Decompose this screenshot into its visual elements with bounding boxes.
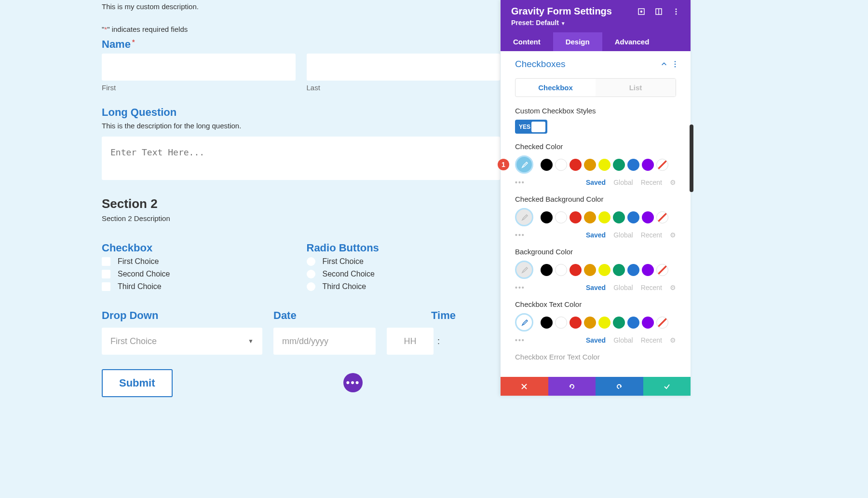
- more-actions-fab[interactable]: •••: [343, 373, 363, 392]
- submit-button[interactable]: Submit: [102, 369, 173, 397]
- tab-advanced[interactable]: Advanced: [602, 32, 662, 51]
- swatch-yellow[interactable]: [598, 159, 610, 171]
- saved-colors-tab[interactable]: Saved: [586, 179, 606, 186]
- swatch-white[interactable]: [555, 264, 567, 276]
- swatch-black[interactable]: [541, 211, 553, 223]
- swatch-purple[interactable]: [642, 317, 654, 329]
- swatch-green[interactable]: [613, 264, 625, 276]
- swatch-green[interactable]: [613, 317, 625, 329]
- swatch-white[interactable]: [555, 211, 567, 223]
- swatch-none[interactable]: [656, 211, 668, 223]
- redo-button[interactable]: [596, 377, 643, 396]
- gear-icon[interactable]: ⚙: [670, 336, 676, 344]
- chevron-up-icon[interactable]: [661, 61, 667, 68]
- radio-item[interactable]: Second Choice: [307, 270, 501, 278]
- section-2-desc: Section 2 Description: [102, 214, 500, 222]
- swatch-yellow[interactable]: [598, 211, 610, 223]
- kebab-icon[interactable]: [674, 61, 676, 68]
- swatch-red[interactable]: [570, 211, 582, 223]
- more-colors-button[interactable]: •••: [515, 179, 525, 186]
- preset-selector[interactable]: Preset: Default▼: [511, 19, 680, 27]
- global-colors-tab[interactable]: Global: [613, 231, 633, 239]
- save-button[interactable]: [643, 377, 691, 396]
- swatch-yellow[interactable]: [598, 317, 610, 329]
- custom-styles-toggle[interactable]: YES: [515, 120, 547, 134]
- checkbox-item[interactable]: First Choice: [102, 257, 296, 266]
- swatch-purple[interactable]: [642, 159, 654, 171]
- first-name-input[interactable]: [102, 54, 296, 81]
- radio-item[interactable]: Third Choice: [307, 282, 501, 291]
- saved-colors-tab[interactable]: Saved: [586, 284, 606, 291]
- scrollbar-thumb[interactable]: [690, 124, 693, 192]
- gear-icon[interactable]: ⚙: [670, 179, 676, 186]
- radio-box[interactable]: [307, 270, 315, 278]
- swatch-green[interactable]: [613, 159, 625, 171]
- swatch-none[interactable]: [656, 159, 668, 171]
- global-colors-tab[interactable]: Global: [613, 336, 633, 344]
- pill-tab-checkbox[interactable]: Checkbox: [515, 79, 596, 97]
- recent-colors-tab[interactable]: Recent: [641, 336, 662, 344]
- swatch-red[interactable]: [570, 317, 582, 329]
- section-header[interactable]: Checkboxes: [501, 51, 691, 73]
- swatch-none[interactable]: [656, 264, 668, 276]
- close-icon: [521, 383, 528, 390]
- long-question-textarea[interactable]: [102, 137, 500, 180]
- tab-content[interactable]: Content: [501, 32, 553, 51]
- swatch-orange[interactable]: [584, 264, 596, 276]
- swatch-blue[interactable]: [627, 211, 639, 223]
- swatch-blue[interactable]: [627, 159, 639, 171]
- gear-icon[interactable]: ⚙: [670, 284, 676, 291]
- last-name-input[interactable]: [307, 54, 501, 81]
- saved-colors-tab[interactable]: Saved: [586, 336, 606, 344]
- swatch-black[interactable]: [541, 159, 553, 171]
- radio-item[interactable]: First Choice: [307, 257, 501, 266]
- saved-colors-tab[interactable]: Saved: [586, 231, 606, 239]
- swatch-white[interactable]: [555, 317, 567, 329]
- checkbox-box[interactable]: [102, 282, 110, 291]
- recent-colors-tab[interactable]: Recent: [641, 231, 662, 239]
- color-picker-button[interactable]: [515, 208, 533, 226]
- radio-box[interactable]: [307, 282, 315, 291]
- more-colors-button[interactable]: •••: [515, 231, 525, 239]
- swatch-yellow[interactable]: [598, 264, 610, 276]
- swatch-purple[interactable]: [642, 264, 654, 276]
- swatch-white[interactable]: [555, 159, 567, 171]
- gear-icon[interactable]: ⚙: [670, 231, 676, 239]
- tab-design[interactable]: Design: [553, 32, 602, 51]
- color-picker-button[interactable]: [515, 155, 533, 174]
- swatch-orange[interactable]: [584, 159, 596, 171]
- swatch-orange[interactable]: [584, 211, 596, 223]
- global-colors-tab[interactable]: Global: [613, 284, 633, 291]
- recent-colors-tab[interactable]: Recent: [641, 179, 662, 186]
- checkbox-box[interactable]: [102, 270, 110, 278]
- swatch-black[interactable]: [541, 317, 553, 329]
- color-picker-button[interactable]: [515, 261, 533, 279]
- pill-tab-list[interactable]: List: [596, 79, 676, 97]
- swatch-red[interactable]: [570, 159, 582, 171]
- global-colors-tab[interactable]: Global: [613, 179, 633, 186]
- more-colors-button[interactable]: •••: [515, 284, 525, 291]
- color-picker-button[interactable]: [515, 313, 533, 332]
- swatch-blue[interactable]: [627, 317, 639, 329]
- swatch-none[interactable]: [656, 317, 668, 329]
- swatch-orange[interactable]: [584, 317, 596, 329]
- cancel-button[interactable]: [501, 377, 548, 396]
- swatch-purple[interactable]: [642, 211, 654, 223]
- swatch-blue[interactable]: [627, 264, 639, 276]
- recent-colors-tab[interactable]: Recent: [641, 284, 662, 291]
- swatch-green[interactable]: [613, 211, 625, 223]
- checkbox-box[interactable]: [102, 257, 110, 266]
- date-input[interactable]: mm/dd/yyyy: [273, 328, 376, 355]
- columns-icon[interactable]: [655, 8, 663, 15]
- swatch-red[interactable]: [570, 264, 582, 276]
- swatch-black[interactable]: [541, 264, 553, 276]
- radio-box[interactable]: [307, 257, 315, 266]
- undo-button[interactable]: [548, 377, 596, 396]
- checkbox-item[interactable]: Third Choice: [102, 282, 296, 291]
- time-hh-input[interactable]: HH: [387, 328, 434, 355]
- kebab-icon[interactable]: [672, 8, 680, 15]
- expand-icon[interactable]: [637, 8, 645, 15]
- more-colors-button[interactable]: •••: [515, 336, 525, 344]
- dropdown-select[interactable]: First Choice ▼: [102, 328, 262, 355]
- checkbox-item[interactable]: Second Choice: [102, 270, 296, 278]
